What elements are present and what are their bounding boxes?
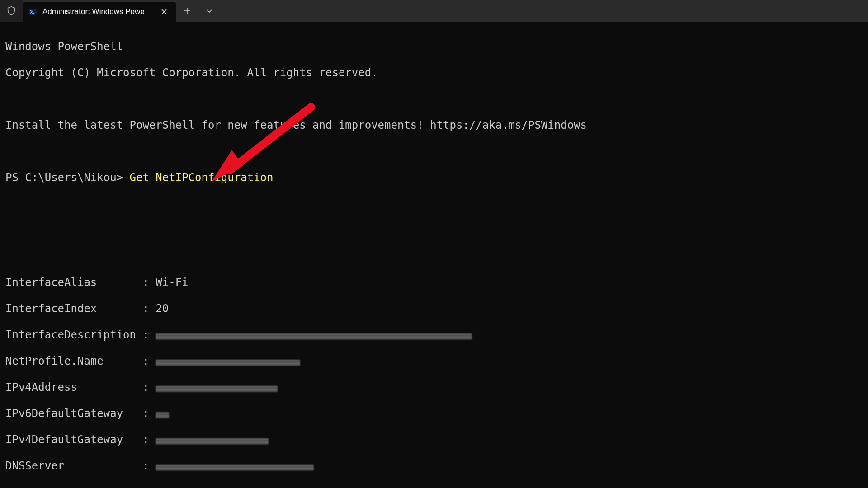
colon: : — [142, 302, 156, 315]
colon: : — [142, 460, 156, 473]
colon: : — [142, 355, 156, 368]
output-row: IPv4DefaultGateway: — [5, 433, 863, 446]
output-row: InterfaceAlias: Wi-Fi — [5, 276, 863, 289]
output-value: 20 — [156, 302, 169, 315]
close-icon — [161, 9, 167, 14]
colon: : — [142, 276, 156, 289]
banner-line: Windows PowerShell — [5, 40, 863, 53]
entered-command: Get-NetIPConfiguration — [130, 171, 274, 184]
prompt-prefix: PS C:\Users\Nikou> — [5, 171, 130, 184]
output-row: IPv6DefaultGateway: — [5, 407, 863, 420]
blank-line — [5, 224, 863, 237]
output-key: DNSServer — [5, 460, 142, 473]
output-row: InterfaceDescription: — [5, 328, 863, 342]
redacted-value — [156, 355, 300, 368]
banner-line: Install the latest PowerShell for new fe… — [5, 119, 863, 132]
output-key: IPv4Address — [5, 381, 142, 394]
plus-icon — [184, 8, 190, 14]
colon: : — [142, 328, 156, 342]
uac-shield-icon — [0, 0, 23, 22]
output-key: IPv6DefaultGateway — [5, 407, 142, 420]
output-row: InterfaceIndex: 20 — [5, 302, 863, 315]
output-row: IPv4Address: — [5, 381, 863, 394]
output-row — [5, 486, 863, 488]
blank-line — [5, 145, 863, 158]
prompt-line: PS C:\Users\Nikou> Get-NetIPConfiguratio… — [5, 171, 863, 184]
terminal-area[interactable]: Windows PowerShell Copyright (C) Microso… — [0, 22, 868, 488]
redacted-value — [156, 433, 269, 446]
powershell-icon — [28, 7, 37, 16]
output-key: NetProfile.Name — [5, 355, 142, 368]
redacted-value — [156, 486, 314, 488]
colon: : — [142, 407, 156, 420]
output-row: NetProfile.Name: — [5, 355, 863, 368]
output-key: InterfaceIndex — [5, 302, 142, 315]
tab-close-button[interactable] — [158, 6, 170, 18]
colon: : — [142, 433, 156, 446]
chevron-down-icon — [206, 8, 212, 14]
tab-dropdown-button[interactable] — [198, 0, 220, 22]
output-key: InterfaceAlias — [5, 276, 142, 289]
svg-line-6 — [230, 107, 311, 170]
blank-line — [5, 197, 863, 211]
tab-active[interactable]: Administrator: Windows Powe — [23, 2, 176, 22]
tab-title: Administrator: Windows Powe — [42, 7, 155, 16]
redacted-value — [156, 460, 314, 473]
output-value: Wi-Fi — [156, 276, 188, 289]
output-key: IPv4DefaultGateway — [5, 433, 142, 446]
redacted-value — [156, 381, 278, 394]
redacted-value — [156, 407, 169, 420]
output-key: InterfaceDescription — [5, 328, 142, 342]
new-tab-button[interactable] — [176, 0, 198, 22]
banner-line: Copyright (C) Microsoft Corporation. All… — [5, 66, 863, 80]
output-row: DNSServer: — [5, 460, 863, 473]
redacted-value — [156, 328, 472, 342]
colon: : — [142, 381, 156, 394]
blank-line — [5, 93, 863, 106]
